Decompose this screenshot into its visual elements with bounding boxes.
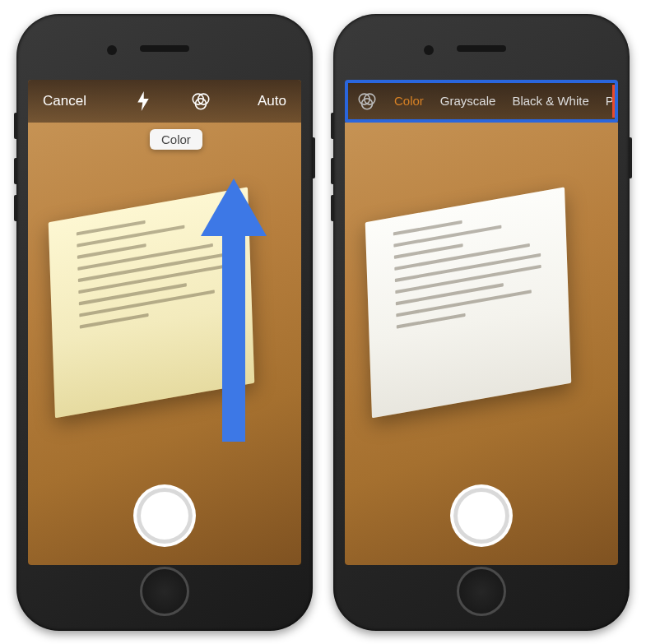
document-preview bbox=[48, 187, 253, 418]
flash-icon[interactable] bbox=[132, 90, 154, 112]
toolbar-center bbox=[132, 90, 211, 112]
shutter-button[interactable] bbox=[133, 484, 196, 547]
earpiece bbox=[457, 45, 506, 52]
screen-right: Color Grayscale Black & White Photo bbox=[345, 80, 618, 565]
filter-icon[interactable] bbox=[190, 90, 211, 112]
filter-tooltip: Color bbox=[150, 129, 202, 150]
document-preview bbox=[365, 187, 570, 418]
sensor-dot bbox=[107, 45, 117, 55]
screen-left: Cancel Auto Color bbox=[28, 80, 301, 565]
auto-mode-button[interactable]: Auto bbox=[258, 93, 286, 109]
scan-toolbar: Cancel Auto bbox=[28, 80, 301, 123]
shutter-button[interactable] bbox=[450, 484, 513, 547]
filter-bar-highlight bbox=[345, 80, 618, 123]
cancel-button[interactable]: Cancel bbox=[43, 93, 86, 109]
home-button[interactable] bbox=[457, 567, 506, 616]
phone-right: Color Grayscale Black & White Photo bbox=[333, 14, 630, 631]
earpiece bbox=[140, 45, 189, 52]
phone-left: Cancel Auto Color bbox=[16, 14, 313, 631]
home-button[interactable] bbox=[140, 567, 189, 616]
sensor-dot bbox=[424, 45, 434, 55]
